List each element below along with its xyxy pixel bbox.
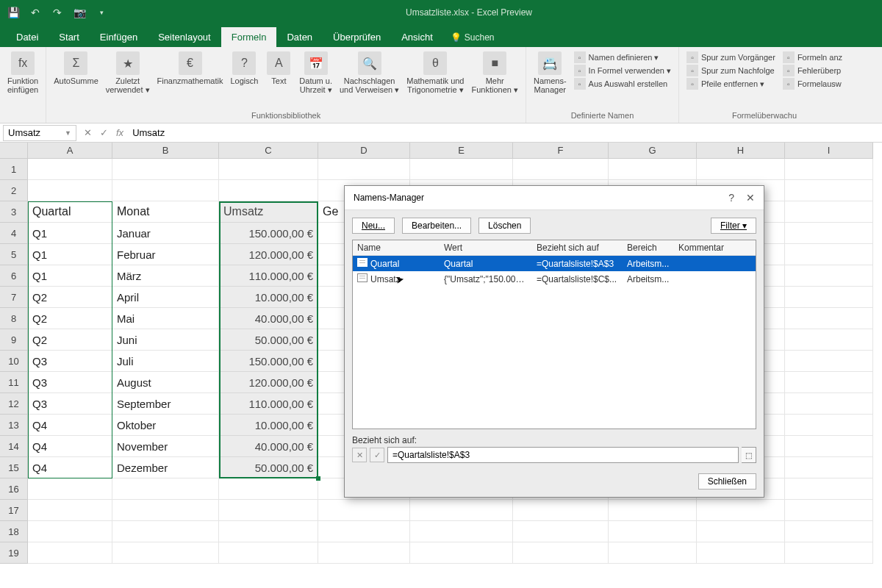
cell-B3[interactable]: Monat xyxy=(112,201,219,223)
tab-formeln[interactable]: Formeln xyxy=(221,27,277,47)
row-header-3[interactable]: 3 xyxy=(0,201,28,223)
audit-cmd-0-2[interactable]: ▫Pfeile entfernen ▾ xyxy=(686,78,775,90)
cell-D17[interactable] xyxy=(318,500,410,521)
nm-col-0[interactable]: Name xyxy=(353,240,440,255)
cell-G18[interactable] xyxy=(609,521,697,542)
refers-accept-icon[interactable]: ✓ xyxy=(370,448,384,462)
cell-A6[interactable]: Q1 xyxy=(28,265,112,287)
row-header-17[interactable]: 17 xyxy=(0,500,28,521)
cell-A2[interactable] xyxy=(28,180,112,201)
cell-A4[interactable]: Q1 xyxy=(28,223,112,244)
cell-I1[interactable] xyxy=(785,159,873,180)
col-header-H[interactable]: H xyxy=(697,143,785,159)
names-table[interactable]: NameWertBezieht sich aufBereichKommentar… xyxy=(352,240,756,429)
defined-names-cmd-1[interactable]: ▫In Formel verwenden ▾ xyxy=(574,65,671,76)
cell-G19[interactable] xyxy=(609,542,697,564)
nm-col-1[interactable]: Wert xyxy=(440,240,532,255)
insert-function[interactable]: fxFunktioneinfügen xyxy=(4,50,41,118)
cell-C15[interactable]: 50.000,00 € xyxy=(219,457,318,478)
delete-button[interactable]: Löschen xyxy=(478,218,531,234)
cell-A14[interactable]: Q4 xyxy=(28,436,112,457)
cell-B9[interactable]: Juni xyxy=(112,329,219,351)
cell-B5[interactable]: Februar xyxy=(112,244,219,265)
cell-G17[interactable] xyxy=(609,500,697,521)
cell-A15[interactable]: Q4 xyxy=(28,457,112,478)
cell-A18[interactable] xyxy=(28,521,112,542)
nm-col-3[interactable]: Bereich xyxy=(623,240,674,255)
cell-C13[interactable]: 10.000,00 € xyxy=(219,415,318,436)
cell-B13[interactable]: Oktober xyxy=(112,415,219,436)
cell-C8[interactable]: 40.000,00 € xyxy=(219,308,318,329)
cell-I16[interactable] xyxy=(785,478,873,500)
fnlib-5[interactable]: 📅Datum u.Uhrzeit ▾ xyxy=(296,50,335,110)
row-header-15[interactable]: 15 xyxy=(0,457,28,478)
tell-me-search[interactable]: 💡Suchen xyxy=(443,28,502,47)
cell-I17[interactable] xyxy=(785,500,873,521)
fnlib-3[interactable]: ?Logisch xyxy=(227,50,261,110)
row-header-1[interactable]: 1 xyxy=(0,159,28,180)
undo-icon[interactable]: ↶ xyxy=(29,7,41,18)
tab-seitenlayout[interactable]: Seitenlayout xyxy=(148,27,221,47)
tab-start[interactable]: Start xyxy=(49,27,89,47)
select-all-corner[interactable] xyxy=(0,143,28,159)
cell-C16[interactable] xyxy=(219,478,318,500)
cell-I2[interactable] xyxy=(785,180,873,201)
fnlib-7[interactable]: θMathematik undTrigonometrie ▾ xyxy=(404,50,467,110)
fnlib-8[interactable]: ■MehrFunktionen ▾ xyxy=(468,50,520,110)
formula-value[interactable]: Umsatz xyxy=(128,127,169,138)
qat-dropdown-icon[interactable]: ▾ xyxy=(96,7,107,18)
cell-E18[interactable] xyxy=(410,521,513,542)
cell-I7[interactable] xyxy=(785,287,873,308)
cell-E17[interactable] xyxy=(410,500,513,521)
cell-C10[interactable]: 150.000,00 € xyxy=(219,351,318,372)
defined-names-cmd-2[interactable]: ▫Aus Auswahl erstellen xyxy=(574,78,671,90)
tab-daten[interactable]: Daten xyxy=(276,27,323,47)
refers-cancel-icon[interactable]: ✕ xyxy=(352,448,367,462)
row-header-16[interactable]: 16 xyxy=(0,478,28,500)
cell-I4[interactable] xyxy=(785,223,873,244)
audit-cmd-1-1[interactable]: ▫Fehlerüberp xyxy=(783,65,842,76)
cell-F1[interactable] xyxy=(513,159,609,180)
cell-B16[interactable] xyxy=(112,478,219,500)
cell-C6[interactable]: 110.000,00 € xyxy=(219,265,318,287)
cell-I3[interactable] xyxy=(785,201,873,223)
cell-A19[interactable] xyxy=(28,542,112,564)
cell-A16[interactable] xyxy=(28,478,112,500)
cell-I19[interactable] xyxy=(785,542,873,564)
row-header-5[interactable]: 5 xyxy=(0,244,28,265)
cell-I18[interactable] xyxy=(785,521,873,542)
cell-C18[interactable] xyxy=(219,521,318,542)
cell-B2[interactable] xyxy=(112,180,219,201)
cell-I12[interactable] xyxy=(785,393,873,415)
fnlib-6[interactable]: 🔍Nachschlagenund Verweisen ▾ xyxy=(337,50,402,110)
cell-B7[interactable]: April xyxy=(112,287,219,308)
fnlib-0[interactable]: ΣAutoSumme xyxy=(51,50,101,110)
cell-F19[interactable] xyxy=(513,542,609,564)
cell-B18[interactable] xyxy=(112,521,219,542)
col-header-G[interactable]: G xyxy=(609,143,697,159)
row-header-2[interactable]: 2 xyxy=(0,180,28,201)
edit-button[interactable]: Bearbeiten... xyxy=(402,218,471,234)
cell-H17[interactable] xyxy=(697,500,785,521)
cell-B17[interactable] xyxy=(112,500,219,521)
cell-I15[interactable] xyxy=(785,457,873,478)
cell-A3[interactable]: Quartal xyxy=(28,201,112,223)
name-box-dropdown-icon[interactable]: ▼ xyxy=(65,129,71,137)
col-header-I[interactable]: I xyxy=(785,143,873,159)
col-header-B[interactable]: B xyxy=(112,143,219,159)
refers-to-input[interactable] xyxy=(387,447,739,463)
cell-A5[interactable]: Q1 xyxy=(28,244,112,265)
row-header-14[interactable]: 14 xyxy=(0,436,28,457)
cell-E1[interactable] xyxy=(410,159,513,180)
row-header-4[interactable]: 4 xyxy=(0,223,28,244)
tab-datei[interactable]: Datei xyxy=(6,27,49,47)
tab-einfügen[interactable]: Einfügen xyxy=(90,27,148,47)
cell-C5[interactable]: 120.000,00 € xyxy=(219,244,318,265)
save-icon[interactable]: 💾 xyxy=(7,7,19,18)
defined-names-cmd-0[interactable]: ▫Namen definieren ▾ xyxy=(574,51,671,63)
fnlib-2[interactable]: €Finanzmathematik xyxy=(154,50,226,110)
filter-button[interactable]: Filter ▾ xyxy=(711,218,756,234)
fnlib-4[interactable]: AText xyxy=(262,50,295,110)
tab-ansicht[interactable]: Ansicht xyxy=(391,27,443,47)
cell-H19[interactable] xyxy=(697,542,785,564)
